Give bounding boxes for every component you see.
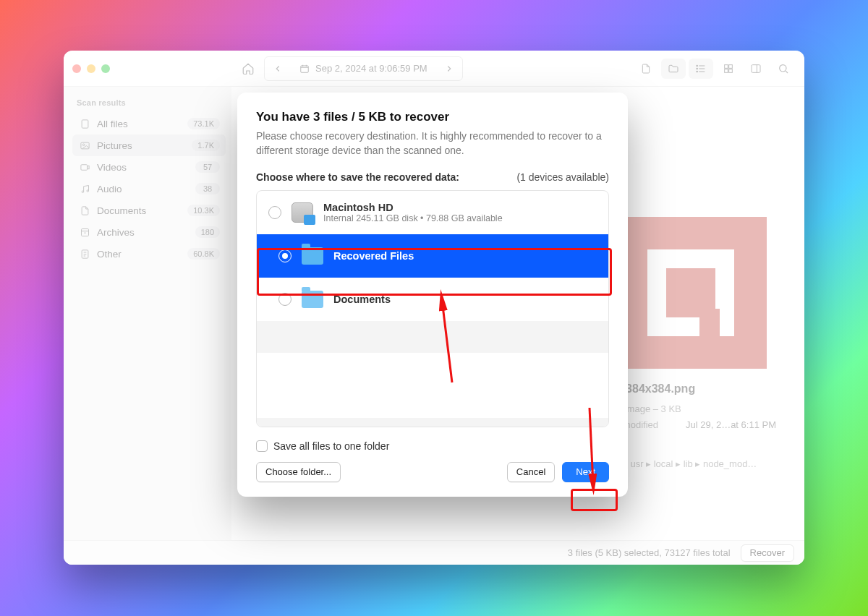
- modal-description: Please choose recovery destination. It i…: [256, 129, 609, 158]
- folder-icon: [302, 291, 323, 308]
- modal-title: You have 3 files / 5 KB to recover: [256, 110, 609, 124]
- hdd-icon: [292, 202, 313, 223]
- destination-macintosh-hd[interactable]: Macintosh HD Internal 245.11 GB disk • 7…: [257, 191, 608, 234]
- destination-name: Documents: [333, 294, 391, 305]
- list-placeholder-row: [257, 321, 608, 353]
- list-placeholder-row: [257, 418, 608, 427]
- destination-list: Macintosh HD Internal 245.11 GB disk • 7…: [256, 190, 609, 427]
- folder-icon: [302, 247, 323, 265]
- recovery-destination-modal: You have 3 files / 5 KB to recover Pleas…: [237, 93, 628, 497]
- next-button[interactable]: Next: [562, 462, 609, 482]
- devices-available: (1 devices available): [516, 171, 609, 183]
- save-all-row[interactable]: Save all files to one folder: [256, 440, 609, 452]
- radio-unchecked-icon: [278, 293, 292, 306]
- destination-meta: Internal 245.11 GB disk • 79.88 GB avail…: [323, 213, 503, 223]
- choose-folder-button[interactable]: Choose folder...: [256, 462, 341, 482]
- choose-label: Choose where to save the recovered data:: [256, 171, 459, 183]
- checkbox-icon[interactable]: [256, 440, 268, 452]
- radio-checked-icon: [278, 249, 292, 262]
- destination-name: Macintosh HD: [323, 202, 503, 213]
- destination-documents[interactable]: Documents: [257, 278, 608, 321]
- destination-recovered-files[interactable]: Recovered Files: [257, 234, 608, 278]
- radio-unchecked-icon: [268, 206, 281, 219]
- save-all-label: Save all files to one folder: [273, 440, 389, 452]
- cancel-button[interactable]: Cancel: [507, 462, 555, 482]
- destination-name: Recovered Files: [333, 250, 414, 262]
